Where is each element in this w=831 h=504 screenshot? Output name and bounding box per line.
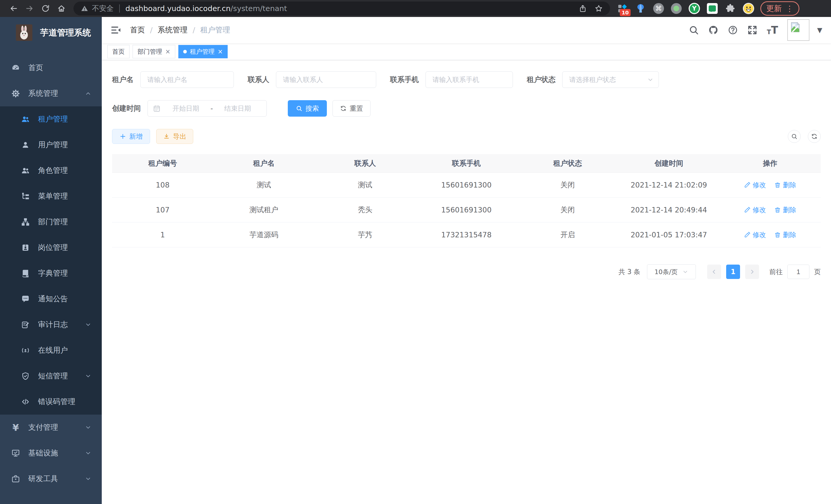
tab-tenant-active[interactable]: 租户管理 × (178, 45, 228, 58)
edit-pencil-icon (744, 207, 751, 213)
edit-link[interactable]: 修改 (744, 181, 766, 189)
sidebar-item-label: 审计日志 (38, 320, 85, 330)
extensions-puzzle-icon[interactable] (725, 3, 736, 14)
column-header: 租户编号 (112, 158, 213, 168)
tenant-name-input[interactable] (140, 71, 234, 88)
export-button[interactable]: 导出 (156, 129, 193, 144)
sidebar-item-notice[interactable]: 通知公告 (0, 286, 102, 312)
code-icon (20, 397, 31, 406)
balloon-extension-icon[interactable] (635, 3, 646, 14)
question-circle-icon (728, 25, 738, 35)
browser-menu-dots-icon[interactable]: ⋮ (786, 4, 794, 13)
browser-reload-button[interactable] (39, 2, 52, 15)
contact-input[interactable] (276, 71, 376, 88)
goto-page-input[interactable] (787, 265, 809, 279)
reset-button[interactable]: 重置 (333, 100, 371, 117)
page-url[interactable]: dashboard.yudao.iocoder.cn/system/tenant (125, 4, 287, 13)
system-submenu: 租户管理 用户管理 角色管理 (0, 106, 102, 415)
date-range-picker[interactable]: 开始日期 - 结束日期 (147, 100, 267, 117)
plus-icon (119, 133, 126, 140)
status-label: 租户状态 (527, 75, 555, 85)
breadcrumb-home[interactable]: 首页 (130, 25, 145, 35)
recorder-extension-icon[interactable] (671, 3, 682, 14)
github-link-button[interactable] (708, 25, 718, 35)
sidebar-item-devtools[interactable]: 研发工具 (0, 466, 102, 492)
delete-link[interactable]: 删除 (774, 206, 796, 214)
sidebar-item-error-code[interactable]: 错误码管理 (0, 389, 102, 415)
y-extension-icon[interactable]: Y (689, 3, 700, 14)
sidebar-item-home[interactable]: 首页 (0, 55, 102, 81)
command-extension-icon[interactable]: ⌘ (653, 3, 664, 14)
tab-dept[interactable]: 部门管理 × (133, 45, 175, 58)
sidebar-item-infra[interactable]: 基础设施 (0, 440, 102, 466)
filter-create-time: 创建时间 开始日期 - 结束日期 (112, 100, 267, 117)
sidebar-item-tenant[interactable]: 租户管理 (0, 106, 102, 132)
delete-link[interactable]: 删除 (774, 181, 796, 189)
sidebar-item-online-users[interactable]: 在线用户 (0, 337, 102, 363)
sidebar-collapse-button[interactable] (111, 25, 121, 35)
breadcrumb-system[interactable]: 系统管理 (158, 25, 188, 35)
address-bar[interactable]: 不安全 dashboard.yudao.iocoder.cn/system/te… (74, 2, 610, 16)
filter-row-1: 租户名 联系人 联系手机 租户状态 (112, 71, 821, 88)
current-page-button[interactable]: 1 (726, 265, 740, 279)
header-search-button[interactable] (689, 25, 699, 35)
update-label: 更新 (766, 3, 782, 14)
browser-home-button[interactable] (55, 2, 68, 15)
page-size-select[interactable]: 10条/页 (647, 264, 696, 279)
help-button[interactable] (728, 25, 738, 35)
avatar-caret-icon[interactable]: ▼ (817, 26, 822, 34)
close-icon[interactable]: × (165, 48, 170, 55)
tab-manager-extension-icon[interactable]: 10 (617, 3, 628, 14)
sidebar-item-role[interactable]: 角色管理 (0, 158, 102, 183)
sidebar-logo[interactable]: 芋道管理系统 (0, 17, 102, 48)
tab-home[interactable]: 首页 (107, 45, 130, 58)
toggle-search-button[interactable] (788, 130, 801, 143)
bookmark-button[interactable] (595, 4, 603, 12)
filter-status: 租户状态 (527, 71, 659, 88)
browser-update-button[interactable]: 更新 ⋮ (760, 1, 799, 16)
security-label[interactable]: 不安全 (92, 4, 114, 13)
cell-tenant-name: 测试租户 (213, 205, 315, 215)
edit-link[interactable]: 修改 (744, 230, 766, 239)
sidebar-item-dept[interactable]: 部门管理 (0, 209, 102, 235)
cell-mobile: 15601691300 (416, 206, 517, 214)
chevron-down-icon (85, 373, 91, 379)
add-button[interactable]: 新增 (112, 129, 150, 144)
refresh-table-button[interactable] (808, 130, 821, 143)
search-button-label: 搜索 (306, 104, 319, 113)
cell-mobile: 15601691300 (416, 181, 517, 189)
close-icon[interactable]: × (218, 48, 223, 55)
sidebar-item-system[interactable]: 系统管理 (0, 81, 102, 106)
status-select[interactable] (562, 71, 659, 88)
browser-forward-button[interactable] (23, 2, 36, 15)
security-warning-icon[interactable] (81, 5, 88, 12)
sidebar-item-payment[interactable]: ¥ 支付管理 (0, 415, 102, 440)
tab-label: 部门管理 (138, 48, 162, 56)
sidebar-item-sms[interactable]: 短信管理 (0, 363, 102, 389)
font-size-button[interactable]: TT (767, 25, 778, 35)
share-button[interactable] (579, 4, 587, 12)
sidebar-item-dict[interactable]: 字典管理 (0, 261, 102, 286)
sidebar-item-menu[interactable]: 菜单管理 (0, 183, 102, 209)
end-date-placeholder[interactable]: 结束日期 (214, 104, 261, 113)
profile-avatar-icon[interactable] (743, 3, 754, 14)
browser-back-button[interactable] (7, 2, 20, 15)
mobile-input[interactable] (426, 71, 513, 88)
prev-page-button[interactable] (707, 265, 721, 279)
chat-extension-icon[interactable] (707, 3, 718, 14)
start-date-placeholder[interactable]: 开始日期 (162, 104, 209, 113)
cell-tenant-id: 107 (112, 206, 213, 214)
status-select-input[interactable] (562, 71, 659, 88)
contact-label: 联系人 (248, 75, 269, 85)
search-button[interactable]: 搜索 (288, 100, 327, 117)
edit-link[interactable]: 修改 (744, 206, 766, 214)
sidebar-item-user[interactable]: 用户管理 (0, 132, 102, 158)
user-avatar[interactable] (787, 19, 809, 41)
delete-link[interactable]: 删除 (774, 230, 796, 239)
fullscreen-button[interactable] (747, 25, 757, 35)
next-page-button[interactable] (745, 265, 759, 279)
table-row: 107 测试租户 秃头 15601691300 关闭 2021-12-14 20… (112, 198, 821, 223)
sidebar-item-audit-log[interactable]: 审计日志 (0, 312, 102, 337)
sidebar-item-post[interactable]: 岗位管理 (0, 235, 102, 261)
add-button-label: 新增 (129, 132, 143, 141)
